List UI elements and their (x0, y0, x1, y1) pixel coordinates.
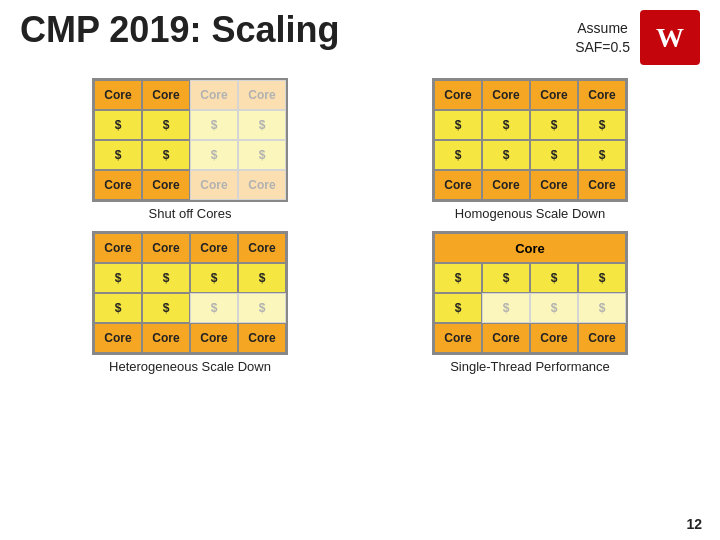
cell-core-dim: Core (190, 170, 238, 200)
cell-core: Core (94, 233, 142, 263)
cell-dollar: $ (482, 110, 530, 140)
cell-core: Core (434, 80, 482, 110)
homogenous-grid: Core Core Core Core $ $ $ $ $ $ $ $ Core… (432, 78, 628, 202)
shut-off-label: Shut off Cores (149, 206, 232, 221)
cell-core: Core (482, 170, 530, 200)
cell-dollar: $ (142, 293, 190, 323)
page-number: 12 (686, 516, 702, 532)
cell-dollar-dim: $ (190, 140, 238, 170)
cell-core: Core (142, 80, 190, 110)
cell-dollar: $ (578, 140, 626, 170)
cell-dollar: $ (142, 110, 190, 140)
shut-off-grid: Core Core Core Core $ $ $ $ $ $ $ $ Core… (92, 78, 288, 202)
cell-core: Core (142, 233, 190, 263)
cell-dollar: $ (482, 140, 530, 170)
cell-core: Core (434, 323, 482, 353)
cell-core: Core (530, 80, 578, 110)
cell-core: Core (530, 323, 578, 353)
cell-dollar: $ (530, 110, 578, 140)
cell-core: Core (238, 233, 286, 263)
cell-core-large: Core (434, 233, 626, 263)
cell-core: Core (238, 323, 286, 353)
cell-dollar-dim: $ (530, 293, 578, 323)
cell-dollar-dim: $ (238, 110, 286, 140)
cell-dollar: $ (578, 110, 626, 140)
page-title: CMP 2019: Scaling (20, 10, 339, 50)
assume-text: AssumeSAF=0.5 (575, 19, 630, 55)
cell-core: Core (142, 323, 190, 353)
homogenous-section: Core Core Core Core $ $ $ $ $ $ $ $ Core… (370, 78, 690, 221)
single-thread-section: Core $ $ $ $ $ $ $ $ Core Core Core Core… (370, 231, 690, 374)
cell-dollar: $ (482, 263, 530, 293)
cell-dollar: $ (434, 293, 482, 323)
heterogeneous-label: Heterogeneous Scale Down (109, 359, 271, 374)
cell-core: Core (190, 233, 238, 263)
cell-dollar-dim: $ (190, 110, 238, 140)
cell-dollar: $ (142, 140, 190, 170)
single-thread-grid: Core $ $ $ $ $ $ $ $ Core Core Core Core (432, 231, 628, 355)
cell-core: Core (190, 323, 238, 353)
cell-dollar-dim: $ (238, 140, 286, 170)
cell-core: Core (578, 170, 626, 200)
shut-off-section: Core Core Core Core $ $ $ $ $ $ $ $ Core… (30, 78, 350, 221)
single-thread-label: Single-Thread Performance (450, 359, 610, 374)
cell-core: Core (94, 170, 142, 200)
cell-core: Core (482, 80, 530, 110)
cell-dollar: $ (434, 140, 482, 170)
header-right: AssumeSAF=0.5 W (575, 10, 700, 65)
cell-core-dim: Core (238, 170, 286, 200)
cell-core: Core (578, 80, 626, 110)
main-content: Core Core Core Core $ $ $ $ $ $ $ $ Core… (0, 70, 720, 382)
cell-dollar: $ (578, 263, 626, 293)
cell-dollar: $ (434, 263, 482, 293)
heterogeneous-section: Core Core Core Core $ $ $ $ $ $ $ $ Core… (30, 231, 350, 374)
cell-dollar: $ (142, 263, 190, 293)
cell-core-dim: Core (190, 80, 238, 110)
cell-core: Core (530, 170, 578, 200)
cell-dollar: $ (94, 263, 142, 293)
cell-dollar-dim: $ (482, 293, 530, 323)
cell-dollar-dim: $ (190, 293, 238, 323)
cell-core: Core (94, 323, 142, 353)
cell-dollar-dim: $ (238, 293, 286, 323)
cell-dollar: $ (94, 110, 142, 140)
cell-core: Core (434, 170, 482, 200)
cell-core: Core (142, 170, 190, 200)
cell-core: Core (578, 323, 626, 353)
cell-core: Core (482, 323, 530, 353)
cell-dollar: $ (94, 140, 142, 170)
cell-dollar: $ (530, 263, 578, 293)
cell-dollar: $ (434, 110, 482, 140)
cell-dollar-dim: $ (578, 293, 626, 323)
heterogeneous-grid: Core Core Core Core $ $ $ $ $ $ $ $ Core… (92, 231, 288, 355)
cell-dollar: $ (238, 263, 286, 293)
cell-core-dim: Core (238, 80, 286, 110)
cell-dollar: $ (190, 263, 238, 293)
cell-dollar: $ (94, 293, 142, 323)
homogenous-label: Homogenous Scale Down (455, 206, 605, 221)
university-logo: W (640, 10, 700, 65)
cell-core: Core (94, 80, 142, 110)
page-header: CMP 2019: Scaling AssumeSAF=0.5 W (0, 0, 720, 70)
cell-dollar: $ (530, 140, 578, 170)
